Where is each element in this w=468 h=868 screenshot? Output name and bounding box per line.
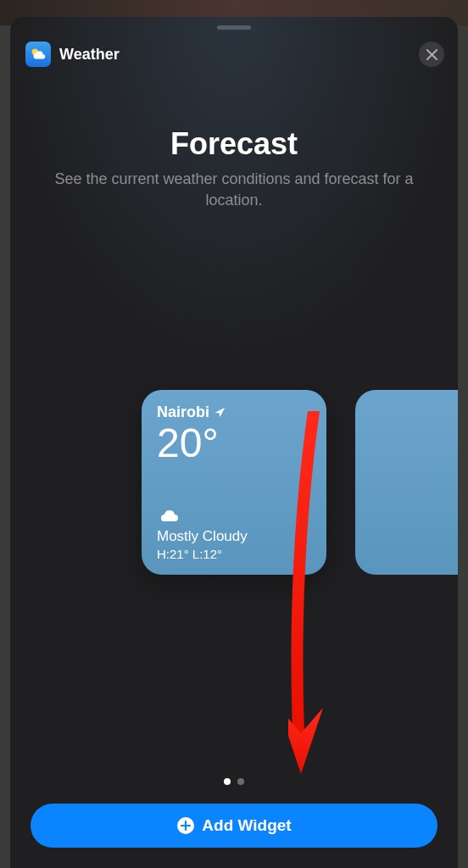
page-subtitle: See the current weather conditions and f…: [27, 169, 441, 211]
widget-sheet: Weather Forecast See the current weather…: [10, 17, 458, 868]
page-indicator[interactable]: [10, 778, 458, 785]
widget-bottom: Mostly Cloudy H:21° L:12°: [157, 506, 248, 561]
widget-temperature: 20°: [157, 423, 311, 464]
content-area: Forecast See the current weather conditi…: [10, 79, 458, 211]
widget-location-row: Nairobi: [157, 403, 311, 421]
close-icon: [426, 49, 437, 60]
weather-widget-small[interactable]: Nairobi 20° Mostly Cloudy H:21° L:12°: [142, 390, 326, 575]
widget-location: Nairobi: [157, 403, 209, 421]
page-dot-2[interactable]: [237, 778, 244, 785]
page-dot-1[interactable]: [224, 778, 231, 785]
cloud-icon: [157, 506, 248, 526]
widget-high-low: H:21° L:12°: [157, 547, 248, 561]
next-widget-peek[interactable]: [355, 390, 458, 575]
add-widget-label: Add Widget: [202, 816, 291, 835]
widget-preview-area[interactable]: Nairobi 20° Mostly Cloudy H:21° L:12°: [10, 390, 458, 575]
add-widget-button[interactable]: Add Widget: [31, 804, 437, 848]
app-title: Weather: [59, 46, 120, 64]
page-title: Forecast: [27, 126, 441, 162]
weather-app-icon: [25, 42, 51, 67]
widget-condition: Mostly Cloudy: [157, 528, 248, 545]
close-button[interactable]: [419, 42, 444, 67]
plus-circle-icon: [176, 816, 195, 835]
sheet-header: Weather: [10, 30, 458, 79]
location-arrow-icon: [214, 407, 226, 418]
